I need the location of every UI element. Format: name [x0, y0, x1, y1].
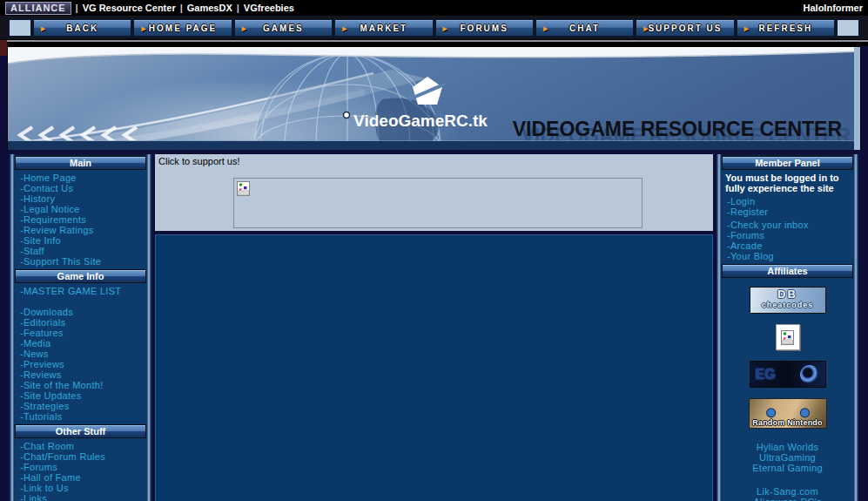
- member-links-top: -Login-Register: [722, 193, 853, 220]
- sidebar-link[interactable]: -Chat/Forum Rules: [20, 451, 145, 462]
- separator: |: [76, 3, 78, 13]
- separator: |: [237, 3, 239, 13]
- sidebar-link[interactable]: -News: [20, 349, 145, 359]
- right-sidebar: Member Panel You must be logged in to fu…: [717, 154, 858, 501]
- arrow-icon: ▸: [41, 24, 47, 33]
- affiliate-link[interactable]: Alienware PC's: [723, 497, 851, 501]
- affiliate-banner-db-cheatcodes[interactable]: DB cheatcodes: [750, 287, 826, 314]
- nav-button-support-us[interactable]: ▸SUPPORT US: [636, 19, 734, 37]
- affiliate-banner-random-nintendo[interactable]: Random Nintendo: [749, 398, 827, 429]
- support-ad-box[interactable]: [233, 178, 643, 228]
- affiliates-area: DB cheatcodes EG: [722, 278, 853, 501]
- arrow-icon: ▸: [543, 24, 549, 33]
- game-info-links-list: -MASTER GAME LIST-Downloads-Editorials-F…: [15, 283, 146, 424]
- nav-end-cap-left: [9, 19, 31, 37]
- alliance-logo[interactable]: ALLIANCE: [5, 2, 71, 15]
- nav-button-back[interactable]: ▸BACK: [33, 19, 131, 37]
- arrow-icon: ▸: [443, 24, 449, 33]
- nav-button-home-page[interactable]: ▸HOME PAGE: [133, 19, 232, 37]
- sidebar-link[interactable]: -Review Ratings: [20, 225, 145, 235]
- sidebar-link[interactable]: -Forums: [20, 462, 145, 472]
- section-header-game-info: Game Info: [15, 269, 146, 283]
- sidebar-link[interactable]: -Register: [727, 206, 851, 217]
- sidebar-link[interactable]: -Editorials: [20, 317, 145, 328]
- toplink-vg-resource-center[interactable]: VG Resource Center: [83, 3, 176, 13]
- sidebar-link[interactable]: -Links: [20, 493, 145, 501]
- sidebar-link[interactable]: -Site Updates: [20, 390, 145, 401]
- broken-image-icon: [237, 181, 250, 196]
- sidebar-link[interactable]: -Hall of Fame: [20, 472, 145, 483]
- section-header-main: Main: [15, 156, 146, 170]
- sidebar-link[interactable]: -Site of the Month!: [20, 380, 145, 390]
- site-banner: VideoGameRC.tk VIDEOGAME RESOURCE CENTER…: [7, 46, 861, 149]
- sidebar-link[interactable]: -Tutorials: [20, 411, 145, 422]
- sidebar-link[interactable]: -Downloads: [20, 307, 145, 317]
- arrow-icon: ▸: [141, 24, 147, 33]
- affiliate-link[interactable]: UltraGaming: [723, 452, 851, 463]
- top-bar: ALLIANCE | VG Resource Center | GamesDX …: [0, 0, 868, 16]
- affiliate-link[interactable]: Lik-Sang.com: [723, 486, 851, 497]
- banner-title: VIDEOGAME RESOURCE CENTER: [513, 118, 843, 140]
- sidebar-link[interactable]: -Your Blog: [727, 251, 851, 261]
- other-stuff-links-list: -Chat Room-Chat/Forum Rules-Forums-Hall …: [15, 438, 146, 501]
- affiliate-links-2: Lik-Sang.comAlienware PC's: [722, 486, 853, 501]
- sidebar-link[interactable]: -Features: [20, 328, 145, 338]
- broken-image-icon: [781, 330, 794, 345]
- affiliate-links: Hylian WorldsUltraGamingEternal Gaming: [722, 439, 853, 476]
- sidebar-link[interactable]: -Login: [727, 196, 851, 206]
- member-links-bottom: -Check your inbox-Forums-Arcade-Your Blo…: [722, 220, 853, 264]
- section-header-affiliates: Affiliates: [722, 264, 853, 278]
- content-area: Main -Home Page-Contact Us-History-Legal…: [10, 154, 858, 501]
- banner-logo-text: VideoGameRC.tk: [353, 112, 488, 130]
- toplink-vgfreebies[interactable]: VGfreebies: [244, 3, 294, 13]
- sidebar-link[interactable]: -Requirements: [20, 214, 145, 225]
- sidebar-link[interactable]: [20, 296, 145, 307]
- nav-end-cap-right: [837, 19, 859, 37]
- arrow-icon: ▸: [744, 24, 750, 33]
- frame-pipe: [853, 154, 858, 501]
- sidebar-link[interactable]: -Home Page: [20, 173, 145, 183]
- sidebar-link[interactable]: -Support This Site: [20, 256, 145, 267]
- sidebar-link[interactable]: -Link to Us: [20, 483, 145, 493]
- nav-button-games[interactable]: ▸GAMES: [234, 19, 333, 37]
- frame-pipe: [146, 154, 151, 501]
- sidebar-link[interactable]: -Contact Us: [20, 183, 145, 193]
- divider-line: [0, 40, 868, 42]
- sidebar-link[interactable]: -Media: [20, 338, 145, 349]
- nav-button-chat[interactable]: ▸CHAT: [535, 19, 634, 37]
- main-links-list: -Home Page-Contact Us-History-Legal Noti…: [15, 170, 146, 269]
- sidebar-link[interactable]: -Previews: [20, 359, 145, 369]
- support-text: Click to support us!: [158, 156, 710, 166]
- sidebar-link[interactable]: -Arcade: [727, 240, 851, 251]
- sidebar-link[interactable]: -Site Info: [20, 235, 145, 246]
- separator: |: [180, 3, 183, 13]
- eye-graphic: [800, 365, 819, 384]
- sidebar-link[interactable]: -Legal Notice: [20, 204, 145, 214]
- left-sidebar: Main -Home Page-Contact Us-History-Legal…: [10, 154, 151, 501]
- sidebar-link[interactable]: -Reviews: [20, 369, 145, 380]
- nav-button-refresh[interactable]: ▸REFRESH: [737, 19, 835, 37]
- affiliate-broken-image[interactable]: [776, 324, 800, 350]
- sidebar-link[interactable]: -History: [20, 193, 145, 204]
- support-panel: Click to support us!: [155, 154, 713, 231]
- arrow-icon: ▸: [342, 24, 348, 33]
- arrow-icon: ▸: [643, 24, 649, 33]
- nav-button-forums[interactable]: ▸FORUMS: [435, 19, 534, 37]
- globe-dot: [344, 112, 350, 118]
- halo-informer-link[interactable]: HaloInformer: [804, 3, 863, 13]
- login-notice: You must be logged in to fully experienc…: [722, 170, 853, 193]
- affiliate-banner-eternal-gaming[interactable]: EG: [750, 361, 826, 388]
- sidebar-link[interactable]: -Chat Room: [20, 441, 145, 451]
- section-header-member-panel: Member Panel: [722, 156, 853, 170]
- sidebar-link[interactable]: -Forums: [727, 230, 851, 240]
- affiliate-link[interactable]: Hylian Worlds: [723, 442, 851, 452]
- main-content-box: [155, 234, 713, 501]
- sidebar-link[interactable]: -Check your inbox: [727, 220, 851, 230]
- sidebar-link[interactable]: -MASTER GAME LIST: [20, 286, 145, 296]
- nav-button-market[interactable]: ▸MARKET: [334, 19, 433, 37]
- sidebar-link[interactable]: -Staff: [20, 246, 145, 256]
- toplink-gamesdx[interactable]: GamesDX: [187, 3, 232, 13]
- section-header-other-stuff: Other Stuff: [15, 424, 146, 438]
- sidebar-link[interactable]: -Strategies: [20, 401, 145, 411]
- affiliate-link[interactable]: Eternal Gaming: [723, 463, 851, 473]
